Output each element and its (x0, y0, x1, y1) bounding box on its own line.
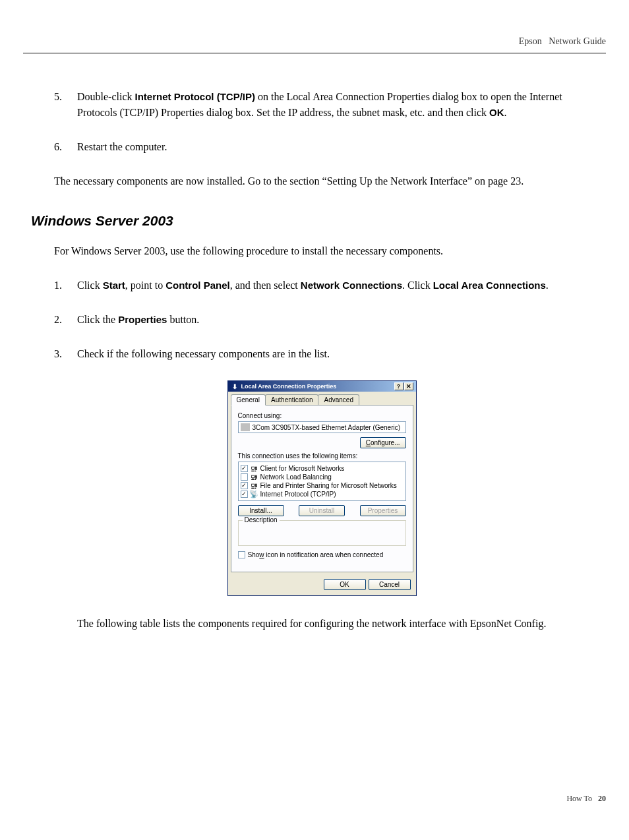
list-item[interactable]: ✓ 📡 Internet Protocol (TCP/IP) (241, 490, 404, 498)
step-number: 6. (54, 139, 77, 155)
close-button[interactable]: ✕ (404, 382, 413, 390)
items-list: ✓ 🖳 Client for Microsoft Networks 🖳 Netw… (238, 462, 406, 501)
tab-advanced[interactable]: Advanced (318, 394, 359, 405)
footer-section: How To (566, 794, 592, 803)
header-doc-title: Network Guide (549, 36, 606, 46)
step-2: 2. Click the Properties button. (54, 312, 589, 328)
step-number: 1. (54, 278, 77, 293)
paragraph: For Windows Server 2003, use the followi… (54, 243, 589, 259)
properties-dialog: ⬇ Local Area Connection Properties ? ✕ G… (227, 380, 417, 596)
list-item[interactable]: ✓ 🖳 Client for Microsoft Networks (241, 464, 404, 473)
step-text: Check if the following necessary compone… (77, 346, 589, 362)
step-text: Double-click Internet Protocol (TCP/IP) … (77, 89, 589, 121)
bold-term: Internet Protocol (TCP/IP) (135, 91, 256, 102)
ok-button[interactable]: OK (324, 579, 366, 590)
page-content: 5. Double-click Internet Protocol (TCP/I… (54, 89, 589, 650)
client-icon: 🖳 (250, 464, 258, 473)
tab-authentication[interactable]: Authentication (265, 394, 318, 405)
paragraph: The following table lists the components… (77, 616, 589, 632)
install-button[interactable]: Install... (238, 505, 284, 516)
uninstall-button[interactable]: Uninstall (299, 505, 345, 516)
service-icon: 🖳 (250, 481, 258, 490)
step-text: Restart the computer. (77, 139, 589, 155)
step-text: Click Start, point to Control Panel, and… (77, 278, 589, 293)
checkbox-icon[interactable]: ✓ (241, 491, 248, 498)
bold-term: OK (489, 107, 504, 118)
connect-using-label: Connect using: (238, 412, 406, 419)
tab-content: Connect using: 3Com 3C905TX-based Ethern… (231, 405, 413, 572)
footer-page-number: 20 (598, 794, 606, 803)
adapter-field: 3Com 3C905TX-based Ethernet Adapter (Gen… (238, 421, 406, 433)
cancel-button[interactable]: Cancel (369, 579, 411, 590)
list-item[interactable]: 🖳 Network Load Balancing (241, 473, 404, 481)
section-heading: Windows Server 2003 (31, 213, 589, 229)
show-icon-label: Show icon in notification area when conn… (248, 551, 384, 558)
tab-general[interactable]: General (231, 394, 266, 405)
adapter-name: 3Com 3C905TX-based Ethernet Adapter (Gen… (253, 424, 401, 431)
checkbox-icon[interactable] (238, 551, 245, 558)
step-6: 6. Restart the computer. (54, 139, 589, 155)
protocol-icon: 📡 (250, 490, 258, 498)
items-label: This connection uses the following items… (238, 452, 406, 460)
connection-icon: ⬇ (231, 382, 239, 390)
header-divider (23, 53, 606, 53)
page-header: Epson Network Guide (519, 36, 606, 47)
step-number: 5. (54, 89, 77, 121)
properties-button[interactable]: Properties (360, 505, 406, 516)
step-3: 3. Check if the following necessary comp… (54, 346, 589, 362)
help-button[interactable]: ? (394, 382, 404, 390)
dialog-titlebar: ⬇ Local Area Connection Properties ? ✕ (228, 381, 416, 392)
adapter-icon (241, 423, 250, 431)
checkbox-icon[interactable] (241, 473, 248, 481)
paragraph: The necessary components are now install… (54, 173, 589, 189)
dialog-screenshot: ⬇ Local Area Connection Properties ? ✕ G… (54, 380, 589, 596)
page-footer: How To 20 (566, 794, 606, 804)
header-brand: Epson (519, 36, 542, 46)
step-5: 5. Double-click Internet Protocol (TCP/I… (54, 89, 589, 121)
list-item[interactable]: ✓ 🖳 File and Printer Sharing for Microso… (241, 481, 404, 490)
step-number: 3. (54, 346, 77, 362)
description-label: Description (243, 516, 280, 524)
dialog-title: Local Area Connection Properties (241, 383, 337, 390)
description-group: Description (238, 520, 406, 546)
step-1: 1. Click Start, point to Control Panel, … (54, 278, 589, 293)
checkbox-icon[interactable]: ✓ (241, 465, 248, 472)
step-number: 2. (54, 312, 77, 328)
dialog-footer: OK Cancel (228, 575, 416, 595)
step-text: Click the Properties button. (77, 312, 589, 328)
checkbox-icon[interactable]: ✓ (241, 482, 248, 489)
service-icon: 🖳 (250, 473, 258, 481)
configure-button[interactable]: Configure... (360, 437, 406, 448)
show-icon-row: Show icon in notification area when conn… (238, 551, 406, 558)
dialog-tabs: General Authentication Advanced (228, 392, 416, 405)
